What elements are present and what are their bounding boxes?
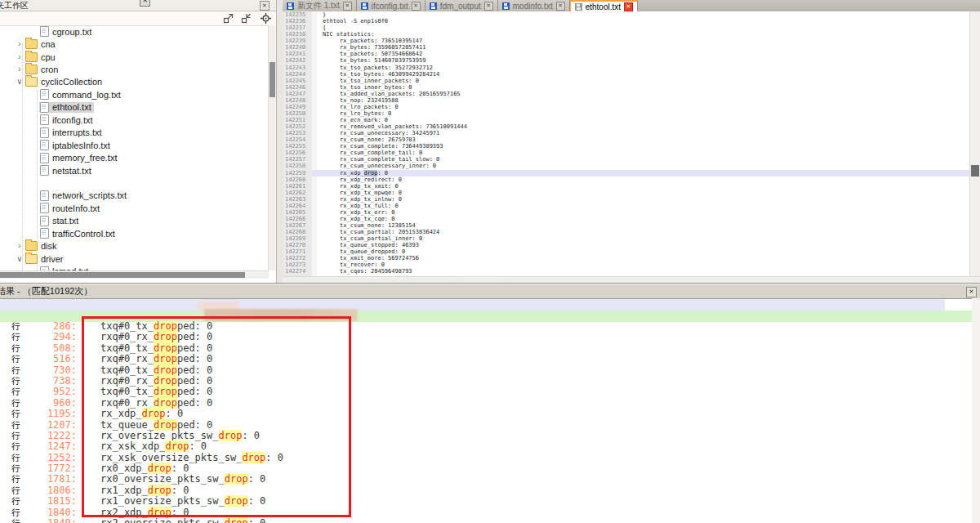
search-result-row[interactable]: 行1772:rx0_xdp_drop: 0 [0, 463, 972, 474]
editor-line[interactable]: 142273 tx_recover: 0 [283, 262, 970, 268]
editor-line[interactable]: 142269 tx_csum_partial_inner: 0 [283, 235, 970, 242]
editor-line[interactable]: 142264 rx_xdp_tx_full: 0 [283, 203, 970, 209]
editor-line[interactable]: 142261 rx_xdp_tx_xmit: 0 [283, 183, 970, 190]
document-tab[interactable]: ethtool.txt✕ [570, 0, 638, 11]
tree-item-cpu[interactable]: ›cpu [0, 51, 269, 63]
tree-vertical-scrollbar[interactable] [268, 25, 276, 270]
results-close-icon[interactable]: ✕ [966, 287, 977, 297]
tree-item-disk[interactable]: ›disk [0, 239, 269, 252]
search-result-row[interactable]: 行730:txq#0_tx_dropped: 0 [0, 365, 972, 376]
tree-item-cna[interactable]: ›cna [0, 38, 269, 50]
editor-line[interactable]: 142244 tx_tso_bytes: 463099429284214 [283, 71, 970, 78]
editor-line[interactable]: 142267 tx_csum_none: 12385154 [283, 222, 970, 229]
close-tab-icon[interactable]: ✕ [556, 2, 565, 11]
editor-line[interactable]: 142266 rx_xdp_tx_cqe: 0 [283, 216, 970, 222]
editor-line[interactable]: 142241 tx_packets: 507354668642 [283, 51, 970, 57]
tree-item-interrupts.txt[interactable]: interrupts.txt [0, 127, 269, 139]
tree-item-iptablesInfo.txt[interactable]: iptablesInfo.txt [0, 139, 269, 151]
editor-line[interactable]: 142260 rx_xdp_redirect: 0 [283, 177, 970, 183]
tree-item-netstat.txt[interactable]: netstat.txt [0, 164, 269, 177]
search-result-row[interactable]: 行1815:rx1_oversize_pkts_sw_drop: 0 [0, 496, 972, 507]
editor-line[interactable]: 142252 rx_removed_vlan_packets: 73651009… [283, 123, 970, 130]
editor-line[interactable]: 142254 rx_csum_none: 26759783 [283, 136, 970, 143]
editor-line[interactable]: 142248 tx_nop: 232419588 [283, 97, 970, 104]
tree-item-ethtool.txt[interactable]: ethtool.txt [0, 101, 269, 114]
collapse-all-icon[interactable] [241, 13, 252, 24]
editor-line[interactable]: 142258 rx_csum_unnecessary_inner: 0 [283, 163, 970, 169]
tree-horizontal-scrollbar[interactable] [0, 270, 269, 279]
editor-line[interactable]: 142251 rx_ecn_mark: 0 [283, 117, 970, 123]
result-file-path-line[interactable]: E:\日志\armod0523.odata.ncmp.unicom.locaar… [0, 311, 980, 322]
document-tab[interactable]: modinfo.txt✕ [498, 0, 570, 11]
window-close-icon[interactable]: ✕ [140, 0, 150, 7]
search-result-row[interactable]: 行508:txq#0_tx_dropped: 0 [0, 343, 972, 354]
editor-line[interactable]: 142263 rx_xdp_tx_inlnw: 0 [283, 196, 970, 203]
document-tab[interactable]: 新文件 1.txt✕ [283, 0, 357, 11]
search-result-row[interactable]: 行1781:rx0_oversize_pkts_sw_drop: 0 [0, 474, 972, 485]
close-tab-icon[interactable]: ✕ [343, 2, 352, 11]
document-tab[interactable]: fdm_output✕ [425, 0, 498, 11]
tree-item-stat.txt[interactable]: stat.txt [0, 215, 269, 227]
editor-line[interactable]: 142271 tx_queue_dropped: 0 [283, 248, 970, 255]
close-tab-icon[interactable]: ✕ [412, 2, 421, 11]
tree-item-lsmod.txt[interactable]: lsmod.txt [0, 265, 269, 270]
tree-item-cyclicCollection[interactable]: ∨cyclicCollection [0, 76, 269, 88]
search-result-row[interactable]: 行1207:tx_queue_dropped: 0 [0, 420, 972, 431]
close-tab-icon[interactable]: ✕ [624, 2, 633, 11]
editor-line[interactable]: 142272 tx_xmit_more: 569724756 [283, 255, 970, 262]
editor-line[interactable]: 142240 rx_bytes: 735960572057411 [283, 44, 970, 51]
editor-line[interactable]: 142247 tx_added_vlan_packets: 2051659571… [283, 91, 970, 97]
tree-vertical-scrollbar-thumb[interactable] [270, 62, 275, 97]
editor-line[interactable]: 142265 rx_xdp_tx_err: 0 [283, 209, 970, 216]
search-result-row[interactable]: 行1849:rx2_oversize_pkts_sw_drop: 0 [0, 518, 972, 523]
search-result-row[interactable]: 行1806:rx1_xdp_drop: 0 [0, 485, 972, 496]
editor-vertical-scrollbar-thumb[interactable] [971, 165, 979, 177]
search-result-row[interactable]: 行286:txq#0_tx_dropped: 0 [0, 321, 972, 332]
editor-line[interactable]: 142238NIC statistics: [283, 31, 970, 38]
text-editor[interactable]: 142235}142236ethtool -S enp1s0f0142237{1… [283, 11, 970, 276]
chevron-right-icon[interactable]: › [15, 53, 24, 61]
chevron-down-icon[interactable]: ∨ [15, 78, 24, 86]
chevron-down-icon[interactable]: ∨ [15, 255, 24, 263]
close-tab-icon[interactable]: ✕ [484, 2, 493, 11]
tree-item-ifconfig.txt[interactable]: ifconfig.txt [0, 114, 269, 126]
document-tab[interactable]: ifconfig.txt✕ [357, 0, 425, 11]
tree-item-command_log.txt[interactable]: command_log.txt [0, 88, 269, 101]
tree-item-trafficControl.txt[interactable]: trafficControl.txt [0, 227, 269, 239]
search-result-row[interactable]: 行516:rxq#0_rx_dropped: 0 [0, 354, 972, 364]
search-result-row[interactable]: 行952:txq#0_tx_dropped: 0 [0, 387, 972, 397]
search-result-row[interactable]: 行1252:rx_xsk_oversize_pkts_sw_drop: 0 [0, 453, 972, 463]
editor-line[interactable]: 142256 rx_csum_complete_tail: 0 [283, 150, 970, 156]
tree-item-routeInfo.txt[interactable]: routeInfo.txt [0, 202, 269, 214]
editor-line[interactable]: 142245 tx_tso_inner_packets: 0 [283, 78, 970, 84]
search-result-row[interactable]: 行1195:rx_xdp_drop: 0 [0, 409, 972, 419]
editor-line[interactable]: 142237{ [283, 25, 970, 31]
search-result-row[interactable]: 行960:rxq#0_rx_dropped: 0 [0, 398, 972, 409]
editor-line[interactable]: 142255 rx_csum_complete: 736449389393 [283, 143, 970, 150]
editor-line[interactable]: 142235} [283, 11, 970, 18]
editor-line[interactable]: 142239 rx_packets: 736510395147 [283, 38, 970, 44]
editor-line[interactable]: 142253 rx_csum_unnecessary: 34245971 [283, 130, 970, 136]
editor-line[interactable]: 142270 tx_queue_stopped: 46393 [283, 242, 970, 248]
editor-line[interactable]: 142243 tx_tso_packets: 35272932712 [283, 65, 970, 71]
search-result-row[interactable]: 行738:rxq#0_rx_dropped: 0 [0, 376, 972, 387]
editor-line[interactable]: 142268 tx_csum_partial: 205153836424 [283, 229, 970, 235]
editor-line[interactable]: 142242 tx_bytes: 514607839753959 [283, 57, 970, 64]
locate-current-file-icon[interactable] [261, 13, 271, 24]
editor-line[interactable]: 142259 rx_xdp_drop: 0 [283, 170, 970, 177]
chevron-right-icon[interactable]: › [15, 65, 24, 74]
tree-item-memory_free.txt[interactable]: memory_free.txt [0, 151, 269, 163]
chevron-right-icon[interactable]: › [15, 40, 24, 48]
editor-line[interactable]: 142246 tx_tso_inner_bytes: 0 [283, 84, 970, 91]
tree-horizontal-scrollbar-thumb[interactable] [0, 272, 245, 278]
editor-line[interactable]: 142257 rx_csum_complete_tail_slow: 0 [283, 156, 970, 163]
tree-item-cron[interactable]: ›cron [0, 63, 269, 75]
tree-item-driver[interactable]: ∨driver [0, 253, 269, 265]
tree-item-network_scripts.txt[interactable]: network_scripts.txt [0, 190, 269, 202]
panel-splitter[interactable] [277, 0, 283, 283]
search-summary-line[interactable]: 搜索 "drop" （1个文件中匹配到10192次，总计次） [0, 299, 945, 311]
editor-line[interactable]: 142236ethtool -S enp1s0f0 [283, 18, 970, 25]
tree-item-cgroup.txt[interactable]: cgroup.txt [0, 25, 269, 38]
editor-vertical-scrollbar[interactable] [969, 11, 980, 276]
expand-all-icon[interactable] [223, 13, 234, 24]
